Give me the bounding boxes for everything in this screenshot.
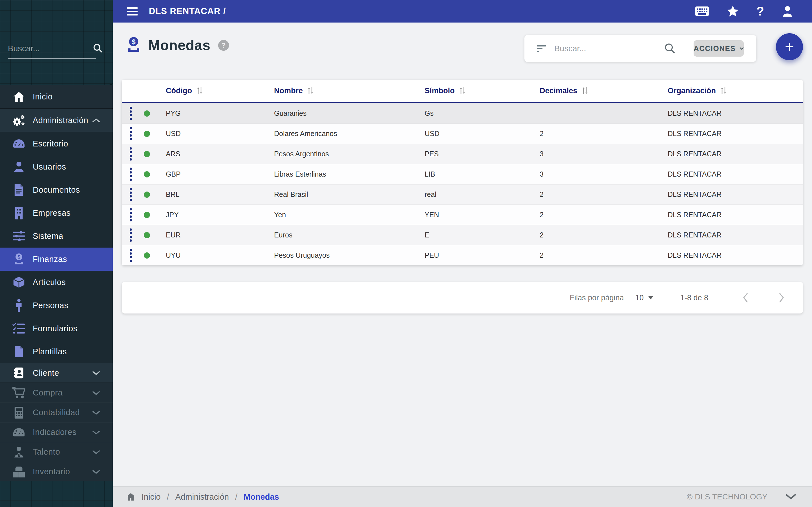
rows-per-page-label: Filas por página <box>570 293 624 302</box>
sidebar-item-inventario[interactable]: Inventario <box>0 462 113 482</box>
keyboard-icon[interactable] <box>695 6 709 16</box>
column-header-simbolo[interactable]: Símbolo <box>424 87 540 95</box>
column-header-codigo[interactable]: Código <box>166 87 274 95</box>
topbar: DLS RENTACAR / ? <box>113 0 812 22</box>
sidebar-item-usuarios[interactable]: Usuarios <box>0 155 113 178</box>
table-row[interactable]: GBP Libras Esterlinas LIB 3 DLS RENTACAR <box>122 164 803 184</box>
actions-button[interactable]: ACCIONES <box>694 40 744 57</box>
row-menu-icon[interactable] <box>130 168 132 181</box>
table-search-input[interactable] <box>554 44 661 53</box>
person-standing-icon <box>12 299 26 312</box>
sidebar-item-talento[interactable]: Talento <box>0 442 113 462</box>
breadcrumb-monedas: Monedas <box>244 492 279 502</box>
sidebar-item-contabilidad[interactable]: Contabilidad <box>0 402 113 422</box>
add-currency-fab[interactable]: + <box>776 33 803 60</box>
sliders-icon <box>12 230 26 242</box>
sidebar-item-personas[interactable]: Personas <box>0 294 113 317</box>
breadcrumb-administracion[interactable]: Administración <box>175 492 229 502</box>
collapsed-sections: Cliente Compra <box>0 363 113 482</box>
column-header-decimales[interactable]: Decimales <box>540 87 668 95</box>
chevron-down-icon <box>92 410 100 415</box>
sidebar-menu: Inicio <box>0 85 113 482</box>
status-active-dot <box>144 151 150 157</box>
table-toolbar: ACCIONES <box>524 35 756 62</box>
table-row[interactable]: BRL Real Brasil real 2 DLS RENTACAR <box>122 184 803 205</box>
calculator-icon <box>12 406 26 419</box>
breadcrumb-inicio[interactable]: Inicio <box>142 492 161 502</box>
home-icon <box>12 91 26 103</box>
sidebar: Inicio <box>0 0 113 507</box>
row-menu-icon[interactable] <box>130 127 132 140</box>
gauge-icon <box>12 427 26 438</box>
currency-page-icon: $ <box>125 36 142 55</box>
table-row[interactable]: UYU Pesos Uruguayos PEU 2 DLS RENTACAR <box>122 245 803 265</box>
sidebar-item-sistema[interactable]: Sistema <box>0 224 113 247</box>
sidebar-item-escritorio[interactable]: Escritorio <box>0 132 113 155</box>
previous-page-icon[interactable] <box>742 292 749 303</box>
table-row[interactable]: EUR Euros E 2 DLS RENTACAR <box>122 225 803 245</box>
rows-per-page-select[interactable]: 10 <box>635 293 653 302</box>
sort-icon <box>459 87 465 95</box>
sidebar-item-administracion[interactable]: Administración <box>0 109 113 132</box>
row-menu-icon[interactable] <box>130 107 132 120</box>
filter-icon[interactable] <box>536 43 547 54</box>
status-active-dot <box>144 110 150 117</box>
package-icon <box>12 276 26 288</box>
chevron-down-icon <box>92 390 100 396</box>
table-row[interactable]: PYG Guaranies Gs DLS RENTACAR <box>122 103 803 123</box>
main-content: $ Monedas ? ACCIONES + Código <box>113 22 812 487</box>
sidebar-item-indicadores[interactable]: Indicadores <box>0 422 113 442</box>
toolbar-divider <box>686 41 686 56</box>
status-active-dot <box>144 131 150 137</box>
table-row[interactable]: USD Dolares Americanos USD 2 DLS RENTACA… <box>122 123 803 144</box>
row-menu-icon[interactable] <box>130 228 132 242</box>
dropdown-caret-icon <box>648 296 653 299</box>
favorites-star-icon[interactable] <box>726 5 739 17</box>
building-icon <box>12 207 26 219</box>
user-account-icon[interactable] <box>781 5 794 17</box>
help-icon[interactable]: ? <box>756 5 764 17</box>
administracion-submenu: Escritorio Usuarios Documentos <box>0 132 113 363</box>
sidebar-item-cliente[interactable]: Cliente <box>0 363 113 383</box>
row-menu-icon[interactable] <box>130 147 132 161</box>
sidebar-search <box>8 42 105 59</box>
next-page-icon[interactable] <box>778 292 785 303</box>
chevron-down-icon[interactable] <box>785 494 796 500</box>
home-icon <box>126 493 135 501</box>
person-tie-icon <box>12 446 26 458</box>
status-active-dot <box>144 232 150 238</box>
row-menu-icon[interactable] <box>130 208 132 221</box>
row-menu-icon[interactable] <box>130 188 132 201</box>
status-active-dot <box>144 212 150 218</box>
sidebar-item-empresas[interactable]: Empresas <box>0 202 113 224</box>
pagination-range: 1-8 de 8 <box>680 293 708 302</box>
table-row[interactable]: ARS Pesos Argentinos PES 3 DLS RENTACAR <box>122 144 803 164</box>
cart-icon <box>12 387 26 399</box>
column-header-nombre[interactable]: Nombre <box>274 87 424 95</box>
search-icon[interactable] <box>664 42 676 55</box>
sidebar-search-input[interactable] <box>8 42 93 58</box>
svg-text:$: $ <box>132 38 135 46</box>
contact-book-icon <box>12 367 26 379</box>
status-active-dot <box>144 252 150 259</box>
sidebar-item-inicio[interactable]: Inicio <box>0 85 113 108</box>
sidebar-item-compra[interactable]: Compra <box>0 383 113 402</box>
row-menu-icon[interactable] <box>130 249 132 262</box>
sidebar-item-plantillas[interactable]: Plantillas <box>0 340 113 363</box>
column-header-organizacion[interactable]: Organización <box>668 87 803 95</box>
table-row[interactable]: JPY Yen YEN 2 DLS RENTACAR <box>122 205 803 225</box>
sidebar-item-formularios[interactable]: Formularios <box>0 317 113 340</box>
chevron-down-icon <box>92 449 100 455</box>
menu-hamburger-icon[interactable] <box>127 7 138 15</box>
user-icon <box>12 161 26 173</box>
sidebar-item-documentos[interactable]: Documentos <box>0 178 113 202</box>
status-active-dot <box>144 191 150 198</box>
copyright-text: © DLS TECHNOLOGY <box>687 492 767 501</box>
pagination-bar: Filas por página 10 1-8 de 8 <box>122 282 803 314</box>
boxes-icon <box>12 466 26 478</box>
page-help-icon[interactable]: ? <box>218 40 230 51</box>
chevron-up-icon <box>92 118 100 123</box>
sidebar-item-finanzas[interactable]: $ Finanzas <box>0 247 113 271</box>
sidebar-item-articulos[interactable]: Artículos <box>0 271 113 294</box>
svg-text:$: $ <box>17 254 20 260</box>
